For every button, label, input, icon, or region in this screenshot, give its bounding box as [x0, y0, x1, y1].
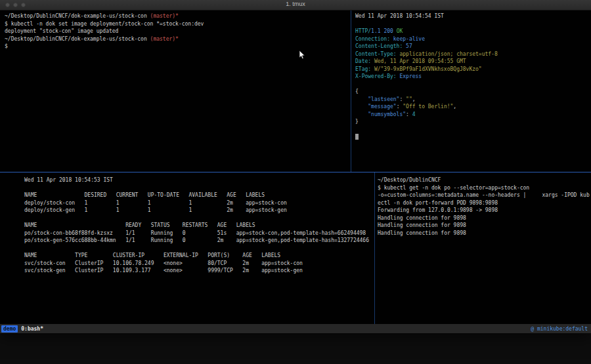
terminal-line: Handling connection for 9898 — [378, 230, 590, 237]
tmux-status-bar: demo 0:bash* @ minikube:default — [0, 324, 591, 333]
terminal-line: HTTP/1.1 200 OK — [355, 28, 590, 35]
terminal-line: ~/Desktop/DublinCNCF/dok-example-us/stoc… — [5, 12, 349, 20]
terminal-line — [24, 184, 371, 192]
terminal-line: ETag: W/"39-9xBPf9aF1dXVNkhsxoBQgJ8vKzo" — [355, 66, 590, 73]
terminal-line: "numsymbols": 4 — [355, 111, 590, 119]
terminal-line: Wed 11 Apr 2018 10:54:54 IST — [355, 12, 590, 20]
kube-context-indicator: @ minikube:default — [531, 326, 588, 332]
terminal-line: Connection: keep-alive — [355, 35, 590, 43]
terminal-window: 1. tmux ~/Desktop/DublinCNCF/dok-example… — [0, 0, 591, 333]
terminal-line: Forwarding from 127.0.0.1:9898 -> 9898 — [378, 207, 590, 214]
terminal-line: deployment "stock-con" image updated — [5, 28, 349, 35]
terminal-line: NAME TYPE CLUSTER-IP EXTERNAL-IP PORT(S)… — [24, 252, 371, 260]
terminal-line: Content-Length: 57 — [355, 43, 590, 51]
terminal-line: ectl -n dok port-forward POD 9898:9898 — [378, 199, 590, 207]
pane-http-response[interactable]: Wed 11 Apr 2018 10:54:54 IST HTTP/1.1 20… — [355, 12, 590, 170]
terminal-line: Date: Wed, 11 Apr 2018 09:54:55 GMT — [355, 58, 590, 66]
pane-divider-vertical-top[interactable] — [351, 10, 351, 172]
terminal-line — [355, 81, 590, 89]
session-name-badge[interactable]: demo — [1, 325, 18, 333]
terminal-line — [24, 245, 371, 253]
terminal-line: } — [355, 118, 590, 126]
terminal-line: ~/Desktop/DublinCNCF/dok-example-us/stoc… — [5, 35, 349, 43]
terminal-line: $ kubectl -n dok set image deployment/st… — [5, 20, 349, 28]
terminal-line: "message": "Off to Berlin!", — [355, 103, 590, 111]
terminal-line: svc/stock-gen ClusterIP 10.109.3.177 <no… — [24, 267, 371, 275]
terminal-line — [355, 133, 590, 141]
pane-divider-vertical-bottom[interactable] — [374, 172, 375, 324]
pane-port-forward[interactable]: ~/Desktop/DublinCNCF$ kubectl get -n dok… — [378, 176, 590, 322]
terminal-line: deploy/stock-con 1 1 1 1 2m app=stock-co… — [24, 199, 371, 207]
terminal-line: "lastseen": "", — [355, 96, 590, 104]
terminal-line: po/stock-gen-576cc688bb-44kmn 1/1 Runnin… — [24, 237, 371, 245]
terminal-line: svc/stock-con ClusterIP 10.106.78.249 <n… — [24, 260, 371, 268]
terminal-line: Handling connection for 9898 — [378, 222, 590, 230]
terminal-line — [355, 20, 590, 28]
terminal-line: ~/Desktop/DublinCNCF — [378, 176, 590, 184]
terminal-line: po/stock-con-bb68f88fd-kzsxz 1/1 Running… — [24, 230, 371, 237]
titlebar[interactable]: 1. tmux — [0, 0, 591, 10]
terminal-line — [355, 126, 590, 134]
pane-divider-horizontal[interactable] — [0, 172, 591, 172]
terminal-line: $ kubectl get -n dok po --selector=app=s… — [378, 184, 590, 192]
terminal-line: $ — [5, 43, 349, 51]
pane-shell-kubectl-set-image[interactable]: ~/Desktop/DublinCNCF/dok-example-us/stoc… — [5, 12, 349, 170]
tmux-terminal: ~/Desktop/DublinCNCF/dok-example-us/stoc… — [0, 10, 591, 324]
terminal-line: Handling connection for 9898 — [378, 214, 590, 222]
terminal-line: deploy/stock-gen 1 1 1 1 2m app=stock-ge… — [24, 207, 371, 214]
desktop: 1. tmux ~/Desktop/DublinCNCF/dok-example… — [0, 0, 591, 364]
terminal-line: X-Powered-By: Express — [355, 73, 590, 81]
terminal-line — [24, 214, 371, 222]
terminal-line: Wed 11 Apr 2018 10:54:53 IST — [24, 176, 371, 184]
pane-kubectl-watch-resources[interactable]: Wed 11 Apr 2018 10:54:53 IST NAME DESIRE… — [24, 176, 371, 322]
window-title: 1. tmux — [0, 1, 591, 7]
terminal-line: Content-Type: application/json; charset=… — [355, 51, 590, 58]
terminal-line: NAME READY STATUS RESTARTS AGE LABELS — [24, 222, 371, 230]
window-label[interactable]: 0:bash* — [21, 326, 43, 332]
terminal-line: NAME DESIRED CURRENT UP-TO-DATE AVAILABL… — [24, 192, 371, 199]
mouse-cursor-icon — [299, 50, 305, 60]
terminal-line: { — [355, 88, 590, 96]
terminal-line: -o=custom-columns=:metadata.name --no-he… — [378, 192, 590, 199]
